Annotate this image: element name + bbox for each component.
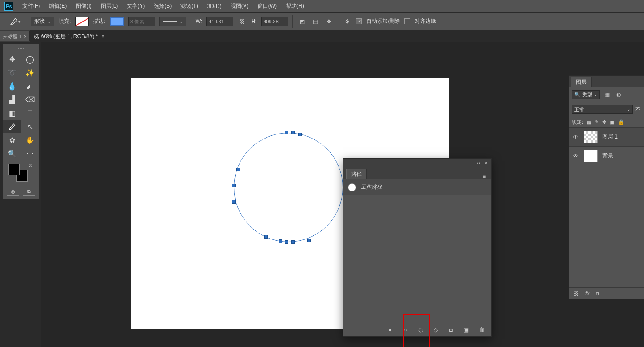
visibility-toggle-icon[interactable]: 👁 <box>573 134 579 140</box>
panel-collapse-icon[interactable]: ‹‹ <box>477 160 480 165</box>
paths-tab[interactable]: 路径 <box>346 169 367 179</box>
menu-file[interactable]: 文件(F) <box>18 0 44 12</box>
layer-name[interactable]: 图层 1 <box>602 133 618 141</box>
pen-tool-icon[interactable] <box>3 120 21 133</box>
ellipse-path[interactable] <box>234 133 343 242</box>
color-swatches[interactable]: ⤭ <box>5 163 37 184</box>
menu-view[interactable]: 视图(V) <box>226 0 253 12</box>
path-ops-icon[interactable]: ◩ <box>297 17 306 26</box>
menu-filter[interactable]: 滤镜(T) <box>176 0 202 12</box>
panel-menu-icon[interactable]: ≡ <box>480 173 489 179</box>
width-input[interactable] <box>206 17 233 26</box>
menu-edit[interactable]: 编辑(E) <box>44 0 71 12</box>
magic-wand-tool-icon[interactable]: ✨ <box>21 66 39 79</box>
anchor-point[interactable] <box>236 168 240 171</box>
menu-window[interactable]: 窗口(W) <box>253 0 281 12</box>
menu-help[interactable]: 帮助(H) <box>281 0 309 12</box>
link-wh-icon[interactable]: ⛓ <box>238 17 247 26</box>
align-edges-checkbox[interactable] <box>404 18 410 24</box>
anchor-point[interactable] <box>232 200 236 204</box>
filter-adjust-icon[interactable]: ◐ <box>614 90 623 99</box>
lock-artboard-icon[interactable]: ▣ <box>610 119 614 125</box>
link-layers-icon[interactable]: ⛓ <box>574 291 579 297</box>
panel-close-icon[interactable]: × <box>485 160 488 165</box>
layer-thumbnail[interactable] <box>584 131 598 143</box>
filter-pixel-icon[interactable]: ▦ <box>602 90 611 99</box>
toolbox-grip[interactable] <box>3 44 39 52</box>
layer-thumbnail[interactable] <box>584 150 598 162</box>
screenmode-icon[interactable]: ⧉ <box>23 187 35 196</box>
layer-name[interactable]: 背景 <box>602 152 613 160</box>
selection-to-path-icon[interactable]: ◇ <box>432 326 439 334</box>
stroke-style-dropdown[interactable]: ⌄ <box>159 17 186 26</box>
fx-icon[interactable]: fx <box>585 291 589 297</box>
pen-tool-indicator-icon[interactable]: ▾ <box>8 16 21 27</box>
path-item-work-path[interactable]: 工作路径 <box>343 179 491 195</box>
menu-select[interactable]: 选择(S) <box>149 0 176 12</box>
anchor-point[interactable] <box>279 239 282 243</box>
brush-tool-icon[interactable]: 🖌 <box>21 79 39 93</box>
eyedropper-tool-icon[interactable]: 💧 <box>3 79 21 93</box>
anchor-point[interactable] <box>291 240 295 244</box>
shape-tool-icon[interactable]: ✿ <box>3 133 21 147</box>
path-arrange-icon[interactable]: ❖ <box>324 17 333 26</box>
extra-tool-icon[interactable]: ⋯ <box>21 147 39 160</box>
delete-path-icon[interactable]: 🗑 <box>478 326 485 334</box>
height-input[interactable] <box>261 17 288 26</box>
stamp-tool-icon[interactable]: ▟ <box>3 93 21 106</box>
path-select-tool-icon[interactable]: ↖ <box>21 120 39 133</box>
visibility-toggle-icon[interactable]: 👁 <box>573 153 579 159</box>
lock-brush-icon[interactable]: ✎ <box>595 119 599 125</box>
layer-row-1[interactable]: 👁 图层 1 <box>569 128 644 147</box>
auto-add-delete-checkbox[interactable]: ✓ <box>356 18 362 24</box>
new-path-icon[interactable]: ▣ <box>463 326 470 334</box>
anchor-point[interactable] <box>285 131 288 134</box>
tool-mode-dropdown[interactable]: 形状 ⌄ <box>31 17 54 26</box>
stroke-swatch[interactable] <box>110 17 124 26</box>
zoom-tool-icon[interactable]: 🔍 <box>3 147 21 160</box>
layer-row-background[interactable]: 👁 背景 <box>569 147 644 165</box>
lasso-tool-icon[interactable]: ➰ <box>3 66 21 79</box>
quickmask-icon[interactable]: ◎ <box>7 187 19 196</box>
mini-tab[interactable]: 未标题-1 × <box>0 31 30 41</box>
swap-colors-icon[interactable]: ⤭ <box>28 163 32 169</box>
stroke-path-icon[interactable]: ○ <box>402 326 409 334</box>
move-tool-icon[interactable]: ✥ <box>3 52 21 66</box>
marquee-tool-icon[interactable]: ◯ <box>21 52 39 66</box>
gear-icon[interactable]: ⚙ <box>343 17 352 26</box>
lock-pixels-icon[interactable]: ▩ <box>587 119 591 125</box>
stroke-width-input[interactable] <box>128 17 155 26</box>
anchor-point[interactable] <box>264 235 268 239</box>
lock-position-icon[interactable]: ✥ <box>602 119 606 125</box>
lock-all-icon[interactable]: 🔒 <box>618 119 624 125</box>
fill-swatch[interactable] <box>75 17 89 26</box>
stroke-label: 描边: <box>93 17 105 25</box>
canvas-area[interactable] <box>41 42 644 347</box>
menu-layer[interactable]: 图层(L) <box>96 0 123 12</box>
mask-icon[interactable]: ◘ <box>596 291 599 297</box>
document-tab-close-icon[interactable]: × <box>101 33 104 39</box>
document-tab[interactable]: @ 60% (图层 1, RGB/8#) * × <box>30 30 109 42</box>
anchor-point[interactable] <box>232 184 236 187</box>
add-mask-icon[interactable]: ◘ <box>447 326 455 334</box>
menu-3d[interactable]: 3D(D) <box>203 0 226 12</box>
eraser-tool-icon[interactable]: ⌫ <box>21 93 39 106</box>
anchor-point[interactable] <box>307 239 311 242</box>
fill-path-icon[interactable]: ● <box>386 326 394 334</box>
layers-tab[interactable]: 图层 <box>571 77 592 87</box>
path-to-selection-icon[interactable]: ◌ <box>417 326 424 334</box>
anchor-point[interactable] <box>285 240 288 244</box>
anchor-point[interactable] <box>298 133 302 136</box>
foreground-color-swatch[interactable] <box>8 164 20 175</box>
menu-image[interactable]: 图像(I) <box>71 0 96 12</box>
mini-tab-close-icon[interactable]: × <box>24 34 26 39</box>
layer-filter-kind[interactable]: 🔍 类型 ⌄ <box>572 90 600 99</box>
hand-tool-icon[interactable]: ✋ <box>21 133 39 147</box>
type-tool-icon[interactable]: T <box>21 106 39 120</box>
gradient-tool-icon[interactable]: ◧ <box>3 106 21 120</box>
menu-type[interactable]: 文字(Y) <box>122 0 149 12</box>
layer-filter-label: 类型 <box>582 91 592 98</box>
anchor-point[interactable] <box>291 131 295 134</box>
blend-mode-dropdown[interactable]: 正常 ⌄ <box>572 105 633 114</box>
path-align-icon[interactable]: ▤ <box>311 17 320 26</box>
